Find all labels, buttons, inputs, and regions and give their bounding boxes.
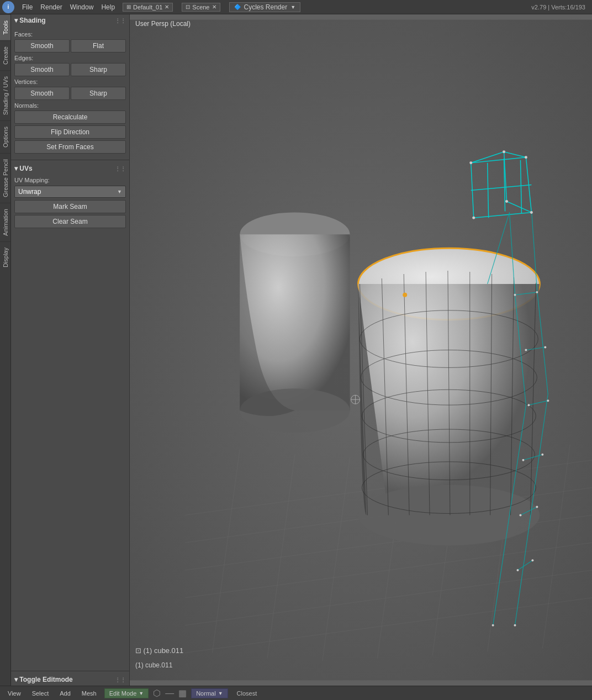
scene-selector[interactable]: ⊡ Scene ✕ [182, 3, 220, 12]
file-menu[interactable]: File [19, 2, 36, 12]
tab-grease-pencil[interactable]: Grease Pencil [0, 153, 10, 203]
svg-point-66 [536, 291, 538, 293]
uv-mapping-row: UV Mapping: [14, 177, 126, 183]
vertices-buttons: Smooth Sharp [14, 87, 126, 100]
normal-selector[interactable]: Normal ▼ [191, 688, 228, 698]
normals-label: Normals: [14, 102, 126, 109]
svg-point-63 [503, 150, 505, 153]
svg-point-70 [547, 399, 549, 402]
svg-point-79 [403, 293, 407, 297]
scene-svg: ⊡ (1) cube.011 [130, 14, 592, 686]
blender-icon: i [2, 1, 14, 13]
screen-selector[interactable]: ⊞ Default_01 ✕ [123, 3, 173, 12]
tab-animation[interactable]: Animation [0, 203, 10, 241]
edit-mode-selector[interactable]: Edit Mode ▼ [104, 688, 149, 698]
edges-buttons: Smooth Sharp [14, 63, 126, 76]
svg-point-78 [514, 624, 516, 627]
svg-point-61 [530, 211, 533, 214]
svg-text:⊡ (1) cube.011: ⊡ (1) cube.011 [135, 646, 183, 655]
clear-seam-button[interactable]: Clear Seam [14, 215, 126, 228]
svg-point-74 [536, 506, 538, 508]
flat-face-button[interactable]: Flat [71, 39, 126, 52]
svg-point-77 [492, 624, 494, 627]
render-menu[interactable]: Render [37, 2, 65, 12]
svg-point-68 [544, 346, 546, 349]
top-menu: File Render Window Help [19, 2, 118, 12]
blender-version: v2.79 | Verts:16/193 [531, 4, 590, 10]
svg-point-71 [522, 459, 524, 461]
sharp-vert-button[interactable]: Sharp [71, 87, 126, 100]
divider-2 [11, 671, 129, 671]
mesh-menu[interactable]: Mesh [78, 689, 100, 698]
shading-options-icon[interactable]: ⋮⋮ [115, 18, 126, 24]
shading-header[interactable]: ▾ Shading ⋮⋮ [11, 14, 129, 27]
svg-point-75 [516, 569, 519, 571]
svg-point-76 [531, 559, 533, 561]
mark-seam-button[interactable]: Mark Seam [14, 200, 126, 213]
uvs-options-icon[interactable]: ⋮⋮ [115, 166, 126, 172]
face-mode-icon[interactable]: ▦ [178, 688, 187, 698]
vertices-label: Vertices: [14, 78, 126, 85]
tab-shading-uvs[interactable]: Shading / UVs [0, 70, 10, 120]
smooth-face-button[interactable]: Smooth [14, 39, 70, 52]
sidebar-tabs: Tools Create Shading / UVs Options Greas… [0, 14, 11, 686]
uv-mapping-label: UV Mapping: [14, 177, 50, 183]
svg-point-62 [472, 217, 475, 219]
add-menu[interactable]: Add [56, 689, 74, 698]
render-engine-selector[interactable]: 🔷 Cycles Render ▼ [229, 2, 301, 12]
faces-label: Faces: [14, 31, 126, 38]
recalculate-button[interactable]: Recalculate [14, 110, 126, 124]
view-menu[interactable]: View [4, 689, 24, 698]
top-bar: i File Render Window Help ⊞ Default_01 ✕… [0, 0, 592, 14]
tab-tools[interactable]: Tools [0, 14, 10, 40]
svg-point-60 [525, 156, 527, 159]
status-text: Closest [237, 690, 257, 697]
uvs-header[interactable]: ▾ UVs ⋮⋮ [11, 162, 129, 175]
viewport[interactable]: User Persp (Local) [130, 14, 592, 686]
divider-1 [11, 160, 129, 160]
tab-create[interactable]: Create [0, 40, 10, 70]
bottom-bar: View Select Add Mesh Edit Mode ▼ ⬡ — ▦ N… [0, 686, 592, 700]
vertex-mode-icon[interactable]: ⬡ [153, 688, 161, 698]
shading-content: Faces: Smooth Flat Edges: Smooth Sharp V… [11, 27, 129, 157]
set-from-faces-button[interactable]: Set From Faces [14, 140, 126, 154]
smooth-edge-button[interactable]: Smooth [14, 63, 70, 76]
smooth-vert-button[interactable]: Smooth [14, 87, 70, 100]
svg-point-69 [527, 404, 530, 406]
select-menu[interactable]: Select [29, 689, 52, 698]
uvs-content: UV Mapping: Unwrap ▼ Mark Seam Clear Sea… [11, 175, 129, 232]
toggle-editmode-header[interactable]: ▾ Toggle Editmode ⋮⋮ [11, 673, 129, 686]
window-menu[interactable]: Window [67, 2, 97, 12]
svg-point-67 [525, 349, 527, 351]
main-content: Tools Create Shading / UVs Options Greas… [0, 14, 592, 686]
flip-direction-button[interactable]: Flip Direction [14, 125, 126, 139]
svg-point-65 [514, 294, 516, 296]
tool-panel: ▾ Shading ⋮⋮ Faces: Smooth Flat Edges: S… [11, 14, 130, 686]
tab-options[interactable]: Options [0, 120, 10, 153]
edges-label: Edges: [14, 55, 126, 61]
svg-point-64 [505, 200, 508, 203]
svg-point-73 [519, 514, 521, 516]
svg-point-59 [469, 161, 472, 164]
sharp-edge-button[interactable]: Sharp [71, 63, 126, 76]
perspective-label: User Persp (Local) [135, 20, 191, 28]
toggle-options-icon[interactable]: ⋮⋮ [115, 677, 126, 683]
help-menu[interactable]: Help [98, 2, 118, 12]
edge-mode-icon[interactable]: — [165, 688, 174, 698]
unwrap-dropdown[interactable]: Unwrap ▼ [14, 186, 126, 198]
object-status: (1) cube.011 [135, 661, 172, 669]
svg-point-72 [541, 454, 543, 456]
spacer [11, 232, 129, 669]
faces-buttons: Smooth Flat [14, 39, 126, 52]
tab-display[interactable]: Display [0, 241, 10, 273]
dropdown-arrow-icon: ▼ [117, 189, 122, 194]
